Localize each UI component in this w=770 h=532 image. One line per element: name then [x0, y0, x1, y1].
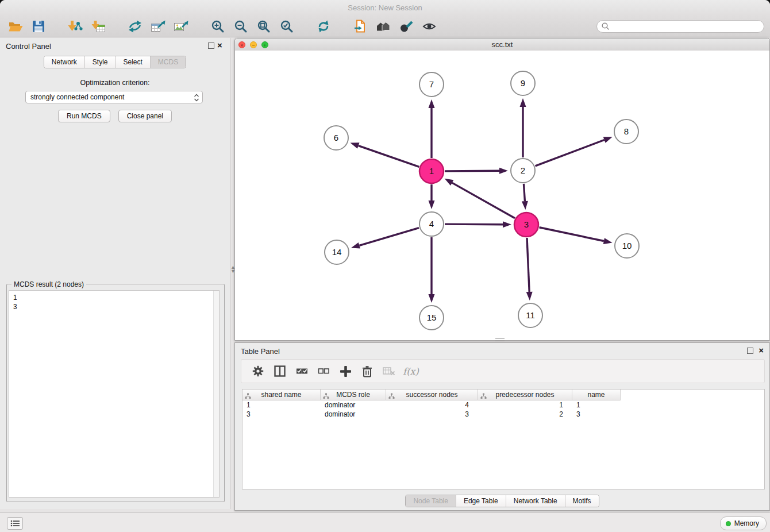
column-header-mcds-role[interactable]: MCDS role: [321, 390, 386, 400]
column-header-successor-nodes[interactable]: successor nodes: [386, 390, 478, 400]
column-header-name[interactable]: name: [572, 390, 621, 400]
tab-network[interactable]: Network: [44, 56, 85, 68]
function-builder-button[interactable]: f(x): [402, 363, 419, 380]
float-panel-icon[interactable]: [208, 43, 214, 49]
table-row[interactable]: 1 dominator 4 1 1: [242, 400, 764, 410]
graph-edge-3-10[interactable]: [540, 228, 604, 241]
float-panel-icon[interactable]: [747, 348, 753, 354]
close-window-icon[interactable]: ×: [238, 41, 245, 48]
zoom-in-button[interactable]: [208, 18, 228, 35]
select-all-button[interactable]: [293, 363, 310, 380]
search-input[interactable]: [596, 20, 764, 33]
import-table-button[interactable]: [88, 18, 108, 35]
cell-mcds-role[interactable]: dominator: [321, 410, 386, 419]
edge-arrowhead-icon: [445, 179, 454, 186]
column-tree-icon: [480, 392, 487, 403]
add-row-button[interactable]: [337, 363, 354, 380]
export-table-icon: [151, 20, 165, 33]
tab-motifs[interactable]: Motifs: [565, 495, 599, 507]
zoom-selected-button[interactable]: [277, 18, 297, 35]
task-history-button[interactable]: [7, 517, 23, 530]
cell-name[interactable]: 3: [572, 410, 621, 419]
cell-name[interactable]: 1: [572, 400, 621, 410]
graph-edge-2-8[interactable]: [536, 140, 605, 165]
gear-icon: [252, 365, 264, 377]
network-arrows-button[interactable]: [125, 18, 145, 35]
tab-select[interactable]: Select: [116, 56, 151, 68]
graph-edge-4-14[interactable]: [359, 228, 419, 246]
edge-arrowhead-icon: [429, 294, 435, 303]
control-panel: Control Panel × Network Style Select MCD…: [0, 38, 230, 509]
deselect-all-button[interactable]: [315, 363, 332, 380]
cell-successor-nodes[interactable]: 4: [386, 400, 478, 410]
tab-mcds[interactable]: MCDS: [151, 56, 186, 68]
export-image-icon: [174, 20, 188, 33]
memory-status-icon: [726, 521, 731, 526]
save-session-button[interactable]: [29, 18, 48, 35]
network-canvas[interactable]: 7968124314101511: [235, 51, 769, 340]
graph-edge-1-2[interactable]: [445, 171, 499, 171]
tab-edge-table[interactable]: Edge Table: [456, 495, 506, 507]
export-table-button[interactable]: [148, 18, 168, 35]
result-scrollbar[interactable]: [213, 291, 219, 497]
result-line: 1: [13, 293, 219, 302]
edge-arrowhead-icon: [351, 142, 360, 148]
zoom-out-button[interactable]: [231, 18, 251, 35]
tab-network-table[interactable]: Network Table: [506, 495, 565, 507]
minimize-window-icon[interactable]: −: [250, 41, 257, 48]
close-panel-icon[interactable]: ×: [217, 41, 222, 50]
maximize-window-icon[interactable]: +: [261, 41, 268, 48]
graph-edge-1-6[interactable]: [359, 146, 419, 167]
run-mcds-button[interactable]: Run MCDS: [58, 110, 110, 122]
delete-table-button[interactable]: [380, 363, 398, 380]
optimization-criterion-select[interactable]: strongly connected component: [25, 91, 203, 103]
column-layout-button[interactable]: [271, 363, 288, 380]
graph-node-label: 2: [521, 165, 525, 175]
graph-edge-2-3[interactable]: [523, 184, 525, 201]
memory-button[interactable]: Memory: [720, 516, 767, 530]
cell-mcds-role[interactable]: dominator: [321, 400, 386, 410]
horizontal-splitter-handle[interactable]: [495, 338, 505, 341]
cell-shared-name[interactable]: 1: [242, 400, 321, 410]
graph-edge-3-1[interactable]: [452, 183, 515, 218]
delete-rows-button[interactable]: [359, 363, 376, 380]
mcds-result-group: MCDS result (2 nodes) 1 3: [6, 284, 225, 502]
graph-edge-4-3[interactable]: [445, 224, 503, 225]
combo-stepper-icon: [194, 93, 199, 106]
home-network-icon: [376, 20, 391, 33]
cell-shared-name[interactable]: 3: [242, 410, 321, 419]
graph-node-label: 9: [521, 78, 525, 88]
mcds-result-text[interactable]: 1 3: [9, 290, 220, 498]
close-panel-button[interactable]: Close panel: [118, 110, 172, 122]
graph-edge-3-11[interactable]: [527, 238, 529, 292]
refresh-view-button[interactable]: [314, 18, 333, 35]
column-header-shared-name[interactable]: shared name: [242, 390, 321, 400]
cell-successor-nodes[interactable]: 3: [386, 410, 478, 419]
column-label: predecessor nodes: [495, 391, 554, 399]
cell-predecessor-nodes[interactable]: 1: [478, 400, 572, 410]
tab-style[interactable]: Style: [85, 56, 116, 68]
edge-arrowhead-icon: [526, 292, 533, 300]
show-hide-button[interactable]: [419, 18, 439, 35]
table-settings-button[interactable]: [249, 363, 267, 380]
window-titlebar[interactable]: Session: New Session: [0, 0, 770, 16]
window-title: Session: New Session: [348, 3, 422, 12]
clone-network-button[interactable]: [351, 18, 370, 35]
export-image-button[interactable]: [171, 18, 191, 35]
zoom-fit-button[interactable]: [254, 18, 274, 35]
network-window-titlebar[interactable]: × − + scc.txt: [235, 38, 769, 51]
import-network-button[interactable]: [66, 18, 85, 35]
cell-predecessor-nodes[interactable]: 2: [478, 410, 572, 419]
open-file-button[interactable]: [6, 18, 25, 35]
close-panel-icon[interactable]: ×: [759, 346, 764, 355]
column-header-predecessor-nodes[interactable]: predecessor nodes: [478, 390, 572, 400]
import-network-icon: [68, 20, 83, 33]
clone-network-icon: [353, 20, 367, 33]
table-row[interactable]: 3 dominator 3 2 3: [242, 410, 764, 419]
control-panel-tabs: Network Style Select MCDS: [0, 56, 230, 68]
network-graph[interactable]: 7968124314101511: [235, 51, 769, 340]
tab-node-table[interactable]: Node Table: [406, 495, 456, 507]
application-window: Session: New Session: [0, 0, 770, 532]
network-overview-button[interactable]: [374, 18, 393, 35]
apply-style-button[interactable]: [396, 18, 416, 35]
